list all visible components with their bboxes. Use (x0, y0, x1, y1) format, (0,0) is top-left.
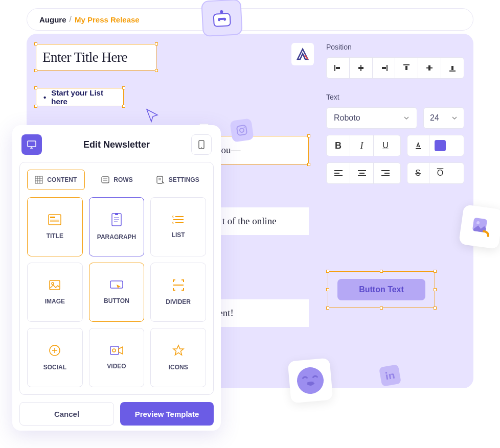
svg-rect-27 (237, 125, 247, 135)
italic-button[interactable]: I (350, 135, 374, 156)
star-icon (172, 344, 185, 357)
brand-logo (291, 43, 314, 65)
preview-button-element[interactable]: Button Text (337, 279, 425, 300)
font-select[interactable]: Roboto (326, 107, 417, 129)
cancel-button[interactable]: Cancel (19, 402, 114, 426)
preview-template-button[interactable]: Preview Template (120, 402, 214, 426)
svg-point-29 (243, 126, 245, 128)
svg-point-34 (296, 366, 325, 395)
bold-button[interactable]: B (327, 135, 350, 156)
content-item-button[interactable]: BUTTON (89, 263, 145, 322)
svg-point-64 (52, 282, 54, 285)
svg-point-71 (112, 349, 116, 352)
svg-rect-51 (49, 215, 61, 225)
color-swatch (435, 140, 446, 151)
svg-rect-6 (336, 67, 340, 69)
video-icon (109, 345, 124, 356)
desktop-view-button[interactable] (21, 134, 42, 155)
content-item-icons[interactable]: ICONS (150, 328, 206, 387)
svg-rect-14 (428, 65, 430, 70)
list-icon (172, 215, 185, 224)
svg-point-39 (201, 147, 202, 148)
svg-rect-4 (220, 20, 224, 21)
align-center-v-button[interactable] (418, 58, 441, 78)
align-center-h-button[interactable] (350, 58, 373, 78)
content-item-list[interactable]: LIST (150, 197, 206, 256)
button-icon (109, 280, 124, 290)
list-input[interactable]: • Start your List here (36, 88, 124, 106)
list-bullet-icon: • (43, 93, 46, 102)
button-preview-box[interactable]: Button Text (328, 271, 435, 308)
align-bottom-button[interactable] (441, 58, 464, 78)
svg-rect-17 (416, 148, 421, 149)
linkedin-icon (379, 364, 401, 387)
svg-point-28 (239, 128, 244, 132)
underline-button[interactable]: U (374, 135, 397, 156)
tab-settings[interactable]: SETTINGS (149, 170, 206, 190)
content-item-social[interactable]: SOCIAL (27, 328, 83, 387)
panel-title: Edit Newsletter (42, 139, 191, 150)
breadcrumb-sep: / (70, 15, 72, 24)
image-card-icon (459, 204, 500, 249)
fill-color-button[interactable] (429, 135, 451, 156)
svg-rect-12 (405, 66, 407, 70)
svg-rect-40 (35, 176, 42, 183)
chevron-down-icon (451, 115, 458, 121)
svg-rect-45 (102, 177, 109, 183)
inspector-panel: Position Text Roboto 24 B I U (326, 43, 464, 379)
svg-rect-52 (50, 217, 55, 218)
robot-icon (201, 0, 243, 37)
settings-icon (156, 176, 165, 184)
text-align-right-button[interactable] (374, 163, 397, 183)
content-item-video[interactable]: VIDEO (89, 328, 145, 387)
svg-rect-16 (451, 66, 453, 70)
tab-rows[interactable]: ROWS (89, 170, 146, 190)
tab-content[interactable]: CONTENT (27, 170, 85, 190)
chevron-down-icon (403, 115, 410, 121)
title-placeholder: Enter Title Here (42, 50, 127, 65)
title-icon (48, 214, 61, 225)
svg-rect-56 (115, 213, 118, 215)
svg-rect-35 (28, 141, 36, 147)
svg-rect-70 (110, 346, 119, 355)
alignment-row (326, 57, 464, 79)
content-item-paragraph[interactable]: PARAGRAPH (89, 197, 145, 256)
divider-icon (172, 279, 185, 291)
image-icon (49, 279, 61, 291)
breadcrumb-page[interactable]: My Press Release (75, 15, 140, 24)
text-color-button[interactable] (407, 135, 429, 156)
grid-icon (35, 176, 43, 184)
content-item-image[interactable]: IMAGE (27, 263, 83, 322)
breadcrumb: Augure / My Press Release (27, 8, 473, 31)
svg-rect-8 (358, 67, 363, 69)
rows-icon (101, 176, 109, 183)
paragraph-icon (111, 213, 122, 226)
smiley-icon (288, 358, 333, 404)
align-top-button[interactable] (395, 58, 418, 78)
strikethrough-button[interactable]: S (407, 163, 429, 183)
title-input[interactable]: Enter Title Here (36, 44, 156, 70)
newsletter-panel: Edit Newsletter CONTENT ROWS SETTINGS TI… (12, 125, 221, 431)
text-align-left-button[interactable] (327, 163, 350, 183)
text-label: Text (326, 93, 464, 101)
position-label: Position (326, 43, 464, 51)
svg-rect-63 (50, 280, 60, 290)
content-item-title[interactable]: TITLE (27, 197, 83, 256)
instagram-icon (230, 118, 254, 142)
content-item-divider[interactable]: DIVIDER (150, 263, 206, 322)
svg-point-31 (385, 372, 387, 374)
svg-rect-30 (386, 374, 389, 380)
align-right-button[interactable] (373, 58, 396, 78)
breadcrumb-app[interactable]: Augure (39, 15, 66, 24)
list-placeholder: Start your List here (51, 88, 116, 106)
text-align-center-button[interactable] (350, 163, 374, 183)
align-left-button[interactable] (327, 58, 350, 78)
svg-rect-10 (382, 67, 386, 69)
mobile-view-button[interactable] (191, 134, 212, 155)
cursor-icon (145, 108, 161, 123)
font-size-select[interactable]: 24 (423, 107, 464, 129)
overline-button[interactable]: O (429, 163, 451, 183)
social-icon (49, 344, 61, 357)
